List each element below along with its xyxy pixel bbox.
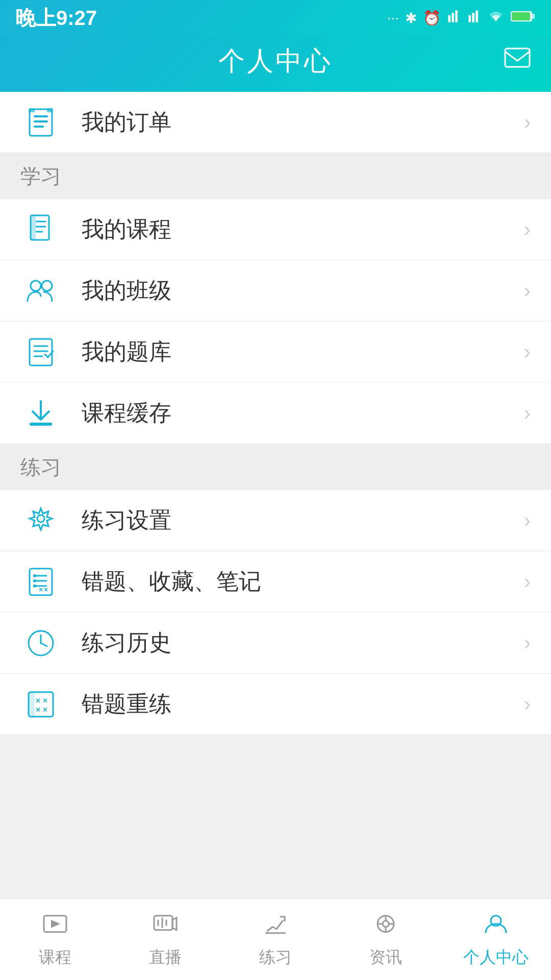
app-header: 个人中心 (0, 36, 551, 92)
notes-icon: × × (20, 561, 61, 602)
svg-rect-0 (448, 15, 450, 22)
profile-nav-icon (483, 911, 509, 941)
questions-icon (20, 332, 61, 373)
svg-point-58 (383, 921, 389, 927)
courses-nav-label: 课程 (39, 946, 71, 969)
practice-section-title: 练习 (20, 453, 61, 481)
status-icons: ··· ✱ ⏰ (387, 9, 536, 27)
svg-text:×: × (43, 705, 47, 714)
svg-marker-29 (30, 508, 52, 530)
wifi-dots-icon: ··· (387, 10, 399, 26)
course-cache-item[interactable]: 课程缓存 › (0, 383, 551, 444)
svg-marker-52 (172, 918, 177, 930)
chevron-icon: › (524, 693, 531, 716)
bottom-navigation: 课程 直播 练习 (0, 898, 551, 980)
svg-rect-28 (30, 423, 52, 426)
live-nav-label: 直播 (149, 946, 182, 969)
svg-rect-1 (452, 13, 454, 22)
news-nav-label: 资讯 (369, 946, 402, 969)
nav-profile[interactable]: 个人中心 (441, 899, 551, 980)
my-orders-item[interactable]: 我的订单 › (0, 92, 551, 153)
battery-icon (510, 9, 536, 27)
chevron-icon: › (524, 340, 531, 363)
wrong-collect-notes-item[interactable]: × × 错题、收藏、笔记 › (0, 551, 551, 612)
course-cache-label: 课程缓存 (82, 398, 524, 428)
chevron-icon: › (524, 218, 531, 241)
svg-point-35 (33, 574, 36, 577)
svg-point-6 (495, 18, 497, 21)
profile-nav-label: 个人中心 (463, 946, 529, 969)
svg-text:×: × (44, 585, 48, 594)
my-courses-item[interactable]: 我的课程 › (0, 199, 551, 260)
svg-rect-18 (31, 215, 36, 240)
chevron-icon: › (524, 631, 531, 654)
svg-rect-10 (505, 48, 530, 67)
my-class-label: 我的班级 (82, 276, 524, 306)
svg-rect-9 (512, 12, 530, 20)
svg-rect-8 (532, 14, 535, 19)
svg-point-30 (37, 515, 44, 522)
svg-rect-3 (468, 15, 471, 22)
wrong-collect-notes-label: 错题、收藏、笔记 (82, 567, 524, 597)
svg-rect-2 (455, 10, 458, 22)
svg-rect-4 (472, 13, 474, 22)
signal2-icon (467, 9, 482, 27)
svg-rect-12 (34, 115, 48, 117)
orders-icon (20, 102, 61, 143)
svg-rect-15 (29, 108, 35, 112)
my-questions-label: 我的题库 (82, 337, 524, 367)
page-title: 个人中心 (218, 43, 333, 79)
courses-nav-icon (42, 911, 68, 941)
svg-text:×: × (43, 696, 47, 705)
practice-section-header: 练习 (0, 444, 551, 490)
svg-rect-5 (475, 10, 478, 22)
chevron-icon: › (524, 509, 531, 532)
courses-icon (20, 209, 61, 250)
message-icon[interactable] (504, 47, 531, 76)
wrong-retry-item[interactable]: × × × × 错题重练 › (0, 674, 551, 735)
svg-line-42 (41, 643, 47, 646)
svg-marker-50 (51, 920, 60, 928)
practice-nav-icon (262, 911, 289, 941)
svg-rect-24 (30, 339, 52, 365)
my-courses-label: 我的课程 (82, 214, 524, 244)
nav-live[interactable]: 直播 (110, 899, 220, 980)
my-class-item[interactable]: 我的班级 › (0, 260, 551, 322)
nav-courses[interactable]: 课程 (0, 899, 110, 980)
chevron-icon: › (524, 570, 531, 593)
study-section-header: 学习 (0, 153, 551, 199)
svg-text:×: × (36, 705, 40, 714)
svg-point-36 (33, 579, 36, 582)
svg-rect-44 (29, 692, 35, 717)
wrong-retry-label: 错题重练 (82, 689, 524, 719)
svg-rect-16 (47, 108, 53, 112)
nav-practice[interactable]: 练习 (220, 899, 331, 980)
chevron-icon: › (524, 279, 531, 302)
wifi-icon (488, 9, 504, 27)
practice-history-item[interactable]: 练习历史 › (0, 612, 551, 674)
chevron-icon: › (524, 111, 531, 134)
svg-point-37 (33, 584, 36, 587)
signal1-icon (447, 9, 461, 27)
nav-news[interactable]: 资讯 (331, 899, 441, 980)
alarm-icon: ⏰ (423, 10, 441, 27)
news-nav-icon (372, 911, 399, 941)
download-icon (20, 393, 61, 434)
practice-nav-label: 练习 (259, 946, 292, 969)
class-icon (20, 271, 61, 311)
retry-icon: × × × × (20, 684, 61, 725)
svg-rect-51 (154, 916, 172, 930)
practice-history-label: 练习历史 (82, 628, 524, 658)
svg-text:×: × (36, 696, 40, 705)
chevron-icon: › (524, 402, 531, 425)
history-icon (20, 623, 61, 664)
practice-settings-item[interactable]: 练习设置 › (0, 490, 551, 551)
svg-rect-14 (34, 126, 44, 128)
my-orders-label: 我的订单 (82, 107, 524, 137)
my-questions-item[interactable]: 我的题库 › (0, 322, 551, 383)
svg-rect-13 (34, 120, 48, 122)
status-time: 晚上9:27 (15, 4, 97, 32)
svg-text:×: × (39, 585, 43, 594)
svg-point-23 (42, 281, 52, 291)
status-bar: 晚上9:27 ··· ✱ ⏰ (0, 0, 551, 36)
